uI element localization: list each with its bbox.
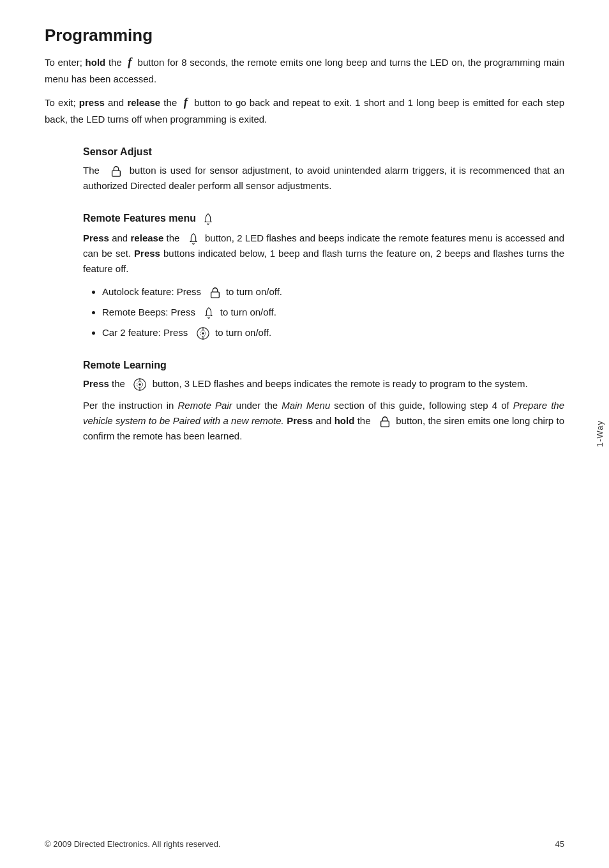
- remote-learning-title: Remote Learning: [83, 360, 564, 371]
- page: Programming To enter; hold the f button …: [0, 0, 609, 868]
- lock-icon-autolock: [209, 286, 221, 299]
- remote-learning-p2: Per the instruction in Remote Pair under…: [83, 398, 564, 444]
- remote-features-section: Remote Features menu Press and release t…: [83, 213, 564, 340]
- sensor-adjust-text: The button is used for sensor adjustment…: [83, 163, 564, 194]
- car2-icon-rl: [133, 377, 147, 392]
- svg-point-4: [202, 332, 204, 335]
- hold-bold: hold: [86, 57, 106, 68]
- hold-bold-rl: hold: [335, 415, 355, 426]
- remote-features-title: Remote Features menu: [83, 213, 564, 225]
- release-bold-rf: release: [131, 232, 164, 243]
- paragraph-2: To exit; press and release the f button …: [45, 93, 564, 127]
- svg-rect-0: [112, 171, 121, 176]
- side-label: 1-Way: [595, 420, 605, 447]
- page-title: Programming: [45, 26, 564, 45]
- press-bold-rl: Press: [83, 378, 109, 389]
- bell-icon-inline: [188, 232, 199, 245]
- lock-icon-sensor: [110, 165, 122, 178]
- bullet-autolock: Autolock feature: Press to turn on/off.: [102, 284, 564, 300]
- f-button-icon: f: [128, 56, 132, 68]
- lock-icon-rl: [379, 415, 391, 428]
- bell-icon-beeps: [203, 307, 214, 319]
- feature-list: Autolock feature: Press to turn on/off. …: [102, 284, 564, 340]
- press-bold-rf: Press: [83, 232, 109, 243]
- press-bold: press: [79, 97, 105, 108]
- page-number: 45: [555, 839, 564, 849]
- press-bold-rl2: Press: [287, 415, 313, 426]
- remote-features-text: Press and release the button, 2 LED flas…: [83, 231, 564, 277]
- copyright-text: © 2009 Directed Electronics. All rights …: [45, 839, 220, 849]
- sensor-adjust-section: Sensor Adjust The button is used for sen…: [83, 146, 564, 194]
- main-menu-italic: Main Menu: [282, 400, 330, 411]
- bell-icon-title: [202, 213, 214, 225]
- side-label-wrap: 1-Way: [590, 128, 609, 740]
- remote-learning-section: Remote Learning Press the button, 3 LED …: [83, 360, 564, 444]
- remote-learning-p1: Press the button, 3 LED flashes and beep…: [83, 376, 564, 392]
- bullet-car2: Car 2 feature: Press to turn on/off.: [102, 325, 564, 340]
- paragraph-1: To enter; hold the f button for 8 second…: [45, 53, 564, 87]
- svg-rect-1: [211, 292, 219, 298]
- svg-point-9: [139, 383, 142, 386]
- remote-pair-italic: Remote Pair: [178, 400, 232, 411]
- bullet-remote-beeps: Remote Beeps: Press to turn on/off.: [102, 305, 564, 320]
- svg-rect-12: [380, 421, 389, 427]
- car2-icon-bullet: [196, 326, 210, 340]
- release-bold: release: [127, 97, 160, 108]
- footer: © 2009 Directed Electronics. All rights …: [45, 839, 564, 849]
- press-bold-rf2: Press: [134, 248, 160, 259]
- f-button-icon-2: f: [184, 96, 188, 109]
- sensor-adjust-title: Sensor Adjust: [83, 146, 564, 158]
